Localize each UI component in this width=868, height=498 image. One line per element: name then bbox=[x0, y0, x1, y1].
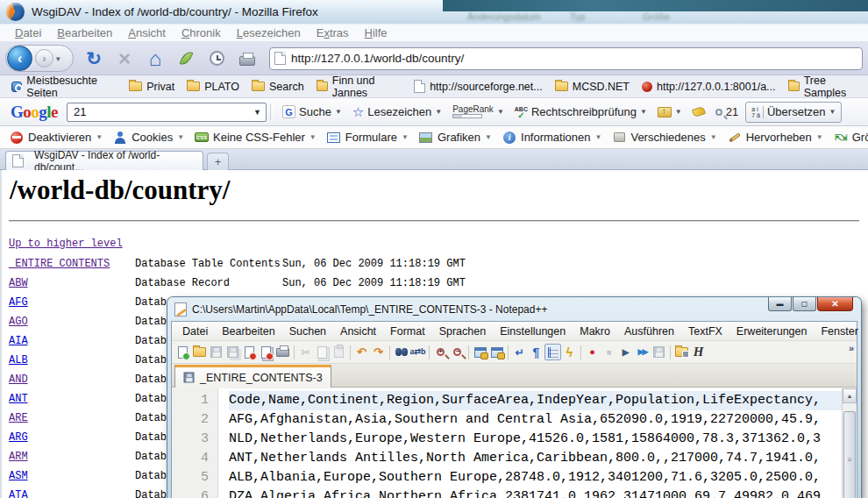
notepadpp-titlebar[interactable]: C:\Users\Martin\AppData\Local\Temp\_ENTI… bbox=[167, 297, 861, 321]
indent-guide-icon[interactable] bbox=[544, 344, 561, 360]
home-button[interactable]: ⌂ bbox=[145, 47, 166, 70]
webdev-formulare[interactable]: Formulare▼ bbox=[322, 131, 414, 145]
listing-link-afg[interactable]: AFG bbox=[9, 296, 28, 309]
url-bar[interactable]: http://127.0.0.1/world-db/country/ bbox=[269, 47, 863, 70]
tab-wsgidav[interactable]: WsgiDAV - Index of /world-db/count... bbox=[5, 151, 203, 170]
textfx-h-icon[interactable]: H bbox=[690, 344, 707, 360]
back-button[interactable]: ‹ bbox=[7, 46, 32, 71]
maximize-button[interactable]: ▢ bbox=[793, 297, 816, 311]
word-wrap-icon[interactable]: ↵ bbox=[511, 344, 528, 360]
webdev-grafiken[interactable]: Grafiken▼ bbox=[414, 131, 497, 145]
vertical-scrollbar[interactable]: ▲ ≡ bbox=[842, 388, 857, 498]
open-folder-icon[interactable] bbox=[191, 344, 208, 360]
sync-h-icon[interactable] bbox=[488, 344, 505, 360]
listing-link-alb[interactable]: ALB bbox=[9, 354, 28, 366]
refresh-button[interactable]: ↻ bbox=[83, 47, 104, 70]
toolbar-overflow-chevron[interactable]: » bbox=[849, 343, 854, 353]
google-lesezeichen[interactable]: ☆Lesezeichen▼ bbox=[347, 104, 447, 120]
webdev-gr-e[interactable]: ⇱⇲Größe▼ bbox=[829, 131, 868, 145]
scroll-up-arrow[interactable]: ▲ bbox=[843, 388, 857, 403]
save-all-icon[interactable] bbox=[224, 344, 241, 360]
listing-link-arg[interactable]: ARG bbox=[9, 431, 28, 444]
paste-icon[interactable] bbox=[331, 344, 347, 360]
show-all-chars-icon[interactable]: ¶ bbox=[528, 344, 544, 360]
npp-menu-einstellungen[interactable]: Einstellungen bbox=[493, 325, 573, 338]
stop-macro-icon[interactable]: ■ bbox=[601, 344, 617, 360]
npp-menu-bearbeiten[interactable]: Bearbeiten bbox=[215, 325, 281, 338]
listing-link-are[interactable]: ARE bbox=[9, 412, 28, 424]
listing-link-aia[interactable]: AIA bbox=[9, 335, 28, 347]
sage-feed-button[interactable] bbox=[175, 47, 196, 70]
listing-link-arm[interactable]: ARM bbox=[9, 451, 28, 463]
google-21[interactable]: 21 bbox=[710, 105, 743, 118]
play-macro-icon[interactable]: ▶ bbox=[617, 344, 634, 360]
close-all-icon[interactable] bbox=[258, 344, 274, 360]
zoom-in-icon[interactable] bbox=[432, 344, 449, 360]
open-session-icon[interactable] bbox=[673, 344, 690, 360]
listing-link-asm[interactable]: ASM bbox=[9, 470, 28, 482]
bookmark-item[interactable]: http://127.0.0.1:8001/a... bbox=[636, 81, 782, 93]
npp-menu-fenster[interactable]: Fenster bbox=[814, 325, 864, 338]
bookmark-item[interactable]: PLATO bbox=[181, 81, 245, 93]
npp-menu-suchen[interactable]: Suchen bbox=[282, 325, 333, 338]
npp-menu-format[interactable]: Format bbox=[383, 325, 432, 338]
bookmark-item[interactable]: Finn und Jannes bbox=[310, 75, 409, 99]
google-suche[interactable]: GSuche▼ bbox=[277, 105, 347, 118]
npp-menu-erweiterungen[interactable]: Erweiterungen bbox=[729, 325, 815, 338]
up-to-higher-level-link[interactable]: Up to higher level bbox=[9, 238, 123, 250]
listing-link-and[interactable]: AND bbox=[9, 374, 28, 386]
menu-datei[interactable]: Datei bbox=[7, 26, 49, 39]
webdev-keine-css-fehler[interactable]: CSSKeine CSS-Fehler▼ bbox=[189, 131, 322, 145]
minimize-button[interactable]: ▬ bbox=[768, 297, 792, 311]
new-file-icon[interactable] bbox=[174, 344, 191, 360]
menu-hilfe[interactable]: Hilfe bbox=[357, 26, 395, 39]
close-file-icon[interactable] bbox=[241, 344, 258, 360]
listing-link-ago[interactable]: AGO bbox=[9, 316, 28, 328]
webdev-deaktivieren[interactable]: Deaktivieren▼ bbox=[4, 131, 108, 145]
stop-button[interactable]: × bbox=[114, 47, 135, 70]
forward-button[interactable]: › bbox=[35, 49, 53, 68]
listing-link-ata[interactable]: ATA bbox=[9, 489, 28, 498]
webdev-cookies[interactable]: Cookies▼ bbox=[108, 131, 189, 145]
npp-menu-ansicht[interactable]: Ansicht bbox=[333, 325, 383, 338]
search-dropdown-caret[interactable]: ▼ bbox=[253, 108, 261, 117]
cut-icon[interactable]: ✂ bbox=[297, 344, 314, 360]
bookmark-item[interactable]: Search bbox=[245, 81, 310, 93]
sync-v-icon[interactable] bbox=[472, 344, 488, 360]
npp-menu-ausf-hren[interactable]: Ausführen bbox=[617, 325, 681, 338]
menu-bearbeiten[interactable]: Bearbeiten bbox=[49, 26, 120, 39]
replace-icon[interactable]: a⇄b bbox=[409, 344, 426, 360]
scrollbar-thumb[interactable]: ≡ bbox=[843, 411, 856, 498]
redo-icon[interactable]: ↷ bbox=[370, 344, 387, 360]
save-macro-icon[interactable] bbox=[651, 344, 667, 360]
bookmark-item[interactable]: http://sourceforge.net... bbox=[408, 80, 549, 93]
menu-lesezeichen[interactable]: Lesezeichen bbox=[229, 26, 309, 39]
google-highlighter[interactable] bbox=[687, 108, 710, 116]
google-pagerank[interactable]: PageRank▼ bbox=[447, 105, 509, 118]
npp-menu-datei[interactable]: Datei bbox=[175, 325, 215, 338]
google-folder-up[interactable]: ▼ bbox=[652, 107, 687, 117]
google-rechtschreibpr-fung[interactable]: ABC✓Rechtschreibprüfung▼ bbox=[509, 105, 652, 118]
menu-extras[interactable]: Extras bbox=[309, 26, 357, 39]
listing-link-abw[interactable]: ABW bbox=[9, 277, 28, 289]
undo-icon[interactable]: ↶ bbox=[353, 344, 370, 360]
copy-icon[interactable] bbox=[314, 344, 331, 360]
record-macro-icon[interactable]: ● bbox=[584, 344, 601, 360]
run-macro-multi-icon[interactable]: ▶▶ bbox=[634, 344, 651, 360]
close-button[interactable]: ✕ bbox=[817, 297, 853, 311]
npp-menu-textfx[interactable]: TextFX bbox=[681, 325, 729, 338]
menu-ansicht[interactable]: Ansicht bbox=[120, 26, 174, 39]
npp-menu-makro[interactable]: Makro bbox=[573, 325, 617, 338]
history-clock-button[interactable] bbox=[206, 47, 227, 70]
firefox-titlebar[interactable]: WsgiDAV - Index of /world-db/country/ - … bbox=[0, 0, 868, 25]
google--bersetzen[interactable]: a í7 äÜbersetzen▼ bbox=[745, 102, 842, 123]
find-icon[interactable] bbox=[393, 344, 409, 360]
code-text-area[interactable]: Code,Name,Continent,Region,SurfaceArea,I… bbox=[218, 388, 857, 498]
listing-link-_entire_contents[interactable]: _ENTIRE_CONTENTS bbox=[9, 258, 110, 270]
zoom-out-icon[interactable] bbox=[449, 344, 466, 360]
new-tab-button[interactable]: + bbox=[207, 153, 229, 170]
listing-link-ant[interactable]: ANT bbox=[9, 393, 28, 405]
function-list-icon[interactable]: ϟ bbox=[561, 344, 578, 360]
print-button[interactable] bbox=[237, 47, 258, 70]
google-search-input[interactable]: 21 ▼ bbox=[67, 103, 267, 122]
